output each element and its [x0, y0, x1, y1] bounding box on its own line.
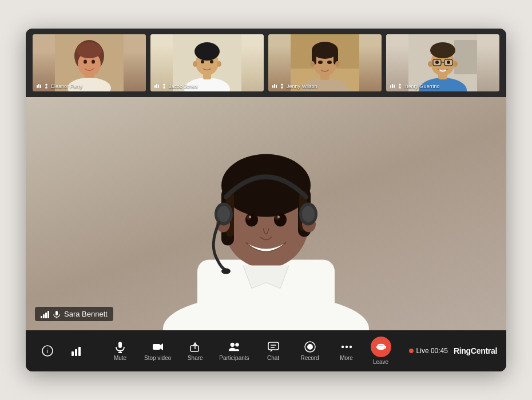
svg-rect-87	[78, 347, 81, 356]
svg-rect-86	[75, 349, 77, 356]
toolbar-center: Mute Stop video Share	[90, 337, 409, 365]
svg-rect-56	[394, 85, 395, 88]
svg-point-19	[201, 60, 204, 63]
svg-point-33	[310, 61, 315, 67]
svg-rect-21	[154, 85, 156, 88]
svg-rect-10	[40, 85, 41, 88]
svg-point-79	[277, 215, 280, 218]
svg-point-74	[245, 213, 258, 226]
record-button[interactable]: Record	[297, 341, 323, 361]
svg-rect-88	[118, 342, 122, 348]
toolbar: i Mute	[26, 330, 506, 371]
svg-point-20	[210, 60, 213, 63]
thumb-label-1: Eleanor Perry	[36, 83, 82, 89]
svg-marker-92	[160, 343, 163, 350]
participant-thumb-1[interactable]: Eleanor Perry	[33, 34, 146, 91]
svg-rect-99	[268, 342, 279, 350]
thumb-label-3: Jenny Wilson	[272, 83, 317, 89]
leave-circle	[371, 337, 391, 357]
svg-marker-102	[271, 350, 273, 352]
toolbar-left: i	[35, 345, 90, 357]
svg-point-47	[428, 61, 432, 67]
svg-rect-55	[392, 84, 393, 88]
svg-point-73	[221, 268, 231, 274]
video-call-window: Eleanor Perry	[26, 29, 506, 371]
main-video: Sara Bennett	[26, 97, 506, 330]
svg-rect-8	[37, 85, 38, 88]
live-dot	[409, 349, 414, 353]
signal-indicator	[41, 310, 49, 318]
svg-point-36	[327, 61, 332, 64]
svg-point-78	[249, 215, 251, 218]
svg-rect-57	[399, 87, 401, 89]
svg-rect-37	[272, 85, 273, 88]
share-button[interactable]: Share	[182, 341, 208, 361]
svg-point-35	[318, 61, 323, 64]
svg-point-70	[217, 206, 230, 222]
svg-rect-39	[276, 85, 277, 88]
thumb-label-2: Jacob Jones	[154, 83, 198, 89]
svg-point-46	[430, 42, 455, 58]
svg-rect-11	[45, 87, 47, 89]
toolbar-right: Live 00:45 RingCentral	[409, 346, 497, 355]
svg-point-48	[453, 61, 458, 67]
thumb-label-4: Henry Guerrino	[390, 83, 440, 89]
info-button[interactable]: i	[35, 345, 60, 357]
svg-rect-85	[72, 351, 74, 356]
svg-point-18	[217, 61, 221, 67]
svg-point-34	[335, 61, 340, 67]
svg-point-62	[221, 154, 311, 217]
mute-button[interactable]: Mute	[108, 341, 133, 361]
svg-rect-23	[158, 85, 159, 88]
svg-point-75	[274, 213, 287, 226]
svg-point-17	[193, 61, 197, 67]
participant-thumb-3[interactable]: Jenny Wilson	[268, 34, 382, 91]
svg-rect-42	[454, 40, 477, 74]
svg-point-104	[307, 344, 313, 350]
svg-rect-9	[38, 84, 39, 88]
speaker-name: Sara Bennett	[64, 310, 108, 318]
svg-rect-80	[55, 311, 58, 315]
svg-rect-22	[156, 84, 157, 88]
chat-button[interactable]: Chat	[261, 341, 286, 361]
signal-button[interactable]	[65, 345, 90, 357]
svg-point-95	[231, 343, 235, 347]
speaker-label: Sara Bennett	[35, 307, 113, 321]
svg-point-16	[194, 42, 220, 61]
svg-rect-91	[153, 344, 160, 350]
svg-point-106	[345, 346, 347, 348]
svg-rect-38	[274, 84, 275, 88]
participant-thumb-2[interactable]: Jacob Jones	[150, 34, 264, 91]
more-button[interactable]: More	[334, 341, 359, 361]
svg-point-72	[302, 206, 315, 222]
svg-point-52	[435, 61, 439, 64]
svg-rect-24	[163, 87, 165, 89]
leave-button[interactable]: Leave	[371, 337, 391, 365]
live-badge: Live 00:45	[409, 347, 448, 355]
svg-point-105	[341, 346, 343, 348]
mic-icon	[53, 310, 61, 318]
ringcentral-brand: RingCentral	[454, 346, 497, 355]
svg-point-53	[447, 61, 450, 64]
participants-button[interactable]: Participants	[219, 341, 249, 361]
thumbnails-bar: Eleanor Perry	[26, 29, 506, 97]
participant-thumb-4[interactable]: Henry Guerrino	[386, 34, 499, 91]
svg-point-6	[92, 60, 95, 64]
svg-rect-40	[281, 87, 283, 89]
svg-text:i: i	[47, 347, 48, 354]
svg-point-107	[349, 346, 351, 348]
svg-point-4	[77, 42, 102, 58]
svg-rect-54	[390, 85, 391, 88]
svg-rect-93	[190, 346, 198, 351]
stop-video-button[interactable]: Stop video	[144, 341, 171, 361]
svg-point-5	[84, 60, 87, 64]
